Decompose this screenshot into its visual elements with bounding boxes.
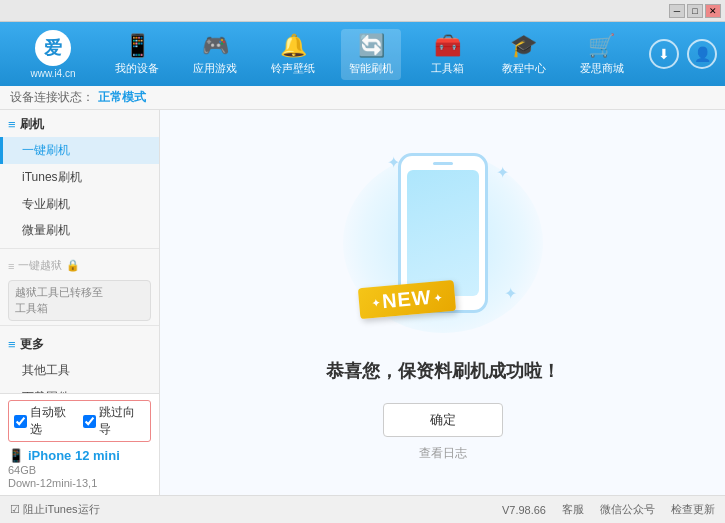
flash-section-label: 刷机: [20, 116, 44, 133]
store-icon: 🛒: [588, 33, 615, 59]
phone-screen: [407, 170, 479, 296]
logo-symbol: 爱: [44, 36, 62, 60]
star-icon-3: ✦: [504, 284, 517, 303]
app-games-label: 应用游戏: [193, 61, 237, 76]
window-controls[interactable]: ─ □ ✕: [669, 4, 721, 18]
app-games-icon: 🎮: [202, 33, 229, 59]
nav-ringtone[interactable]: 🔔 铃声壁纸: [263, 29, 323, 80]
user-button[interactable]: 👤: [687, 39, 717, 69]
device-firmware: Down-12mini-13,1: [8, 477, 151, 489]
auto-select-label: 自动歌选: [30, 404, 77, 438]
nav-toolbox[interactable]: 🧰 工具箱: [420, 29, 476, 80]
wechat-link[interactable]: 微信公众号: [600, 502, 655, 517]
device-storage: 64GB: [8, 464, 151, 476]
jailbreak-label: 一键越狱: [18, 258, 62, 273]
star-icon-1: ✦: [387, 153, 400, 172]
footer: ☑ 阻止iTunes运行 V7.98.66 客服 微信公众号 检查更新: [0, 495, 725, 523]
version-label: V7.98.66: [502, 504, 546, 516]
title-bar: ─ □ ✕: [0, 0, 725, 22]
phone-icon: 📱: [8, 448, 24, 463]
my-device-icon: 📱: [124, 33, 151, 59]
top-nav: 爱 www.i4.cn 📱 我的设备 🎮 应用游戏 🔔 铃声壁纸 🔄 智能刷机: [0, 22, 725, 86]
status-bar: 设备连接状态： 正常模式: [0, 86, 725, 110]
itunes-status-label: 阻止iTunes运行: [23, 502, 100, 517]
skip-wizard-checkbox-label[interactable]: 跳过向导: [83, 404, 146, 438]
main-content: NEW ✦ ✦ ✦ 恭喜您，保资料刷机成功啦！ 确定 查看日志: [160, 110, 725, 495]
device-name: 📱 iPhone 12 mini: [8, 448, 151, 463]
tutorial-label: 教程中心: [502, 61, 546, 76]
nav-tutorial[interactable]: 🎓 教程中心: [494, 29, 554, 80]
maximize-button[interactable]: □: [687, 4, 703, 18]
status-label: 设备连接状态：: [10, 89, 94, 106]
my-device-label: 我的设备: [115, 61, 159, 76]
confirm-button[interactable]: 确定: [383, 403, 503, 437]
skip-wizard-label: 跳过向导: [99, 404, 146, 438]
device-info: 📱 iPhone 12 mini 64GB Down-12mini-13,1: [8, 448, 151, 489]
close-button[interactable]: ✕: [705, 4, 721, 18]
flash-section-icon: ≡: [8, 117, 16, 132]
nav-store[interactable]: 🛒 爱思商城: [572, 29, 632, 80]
footer-left: ☑ 阻止iTunes运行: [10, 502, 100, 517]
sidebar-item-pro-flash[interactable]: 专业刷机: [0, 191, 159, 218]
support-link[interactable]: 客服: [562, 502, 584, 517]
star-icon-2: ✦: [496, 163, 509, 182]
auto-select-checkbox-label[interactable]: 自动歌选: [14, 404, 77, 438]
sidebar-item-itunes-flash[interactable]: iTunes刷机: [0, 164, 159, 191]
sidebar-bottom: 自动歌选 跳过向导 📱 iPhone 12 mini 64GB Down-12m…: [0, 393, 160, 495]
more-section-icon: ≡: [8, 337, 16, 352]
itunes-status[interactable]: ☑ 阻止iTunes运行: [10, 502, 100, 517]
smart-flash-icon: 🔄: [358, 33, 385, 59]
toolbox-label: 工具箱: [431, 61, 464, 76]
minimize-button[interactable]: ─: [669, 4, 685, 18]
skip-wizard-checkbox[interactable]: [83, 415, 96, 428]
logo-url: www.i4.cn: [30, 68, 75, 79]
nav-right-buttons: ⬇ 👤: [649, 39, 717, 69]
nav-app-games[interactable]: 🎮 应用游戏: [185, 29, 245, 80]
sidebar-divider-1: [0, 248, 159, 249]
logo-area[interactable]: 爱 www.i4.cn: [8, 30, 98, 79]
tutorial-icon: 🎓: [510, 33, 537, 59]
footer-right: V7.98.66 客服 微信公众号 检查更新: [502, 502, 715, 517]
sidebar-section-jailbreak: ≡ 一键越狱 🔒: [0, 253, 159, 276]
sidebar-scroll: ≡ 刷机 一键刷机 iTunes刷机 专业刷机 微量刷机 ≡: [0, 110, 160, 393]
itunes-checkbox[interactable]: ☑: [10, 503, 20, 516]
success-text: 恭喜您，保资料刷机成功啦！: [326, 359, 560, 383]
smart-flash-label: 智能刷机: [349, 61, 393, 76]
phone-speaker: [433, 162, 453, 165]
content-row: ≡ 刷机 一键刷机 iTunes刷机 专业刷机 微量刷机 ≡: [0, 110, 725, 495]
nav-my-device[interactable]: 📱 我的设备: [107, 29, 167, 80]
sidebar-item-download-firmware[interactable]: 下载固件: [0, 384, 159, 393]
sidebar-item-one-click-flash[interactable]: 一键刷机: [0, 137, 159, 164]
toolbox-icon: 🧰: [434, 33, 461, 59]
check-update-link[interactable]: 检查更新: [671, 502, 715, 517]
sidebar: ≡ 刷机 一键刷机 iTunes刷机 专业刷机 微量刷机 ≡: [0, 110, 160, 495]
sidebar-item-other-tools[interactable]: 其他工具: [0, 357, 159, 384]
jailbreak-note: 越狱工具已转移至工具箱: [8, 280, 151, 321]
sidebar-section-flash[interactable]: ≡ 刷机: [0, 110, 159, 137]
logo-icon: 爱: [35, 30, 71, 66]
sidebar-divider-2: [0, 325, 159, 326]
nav-items: 📱 我的设备 🎮 应用游戏 🔔 铃声壁纸 🔄 智能刷机 🧰 工具箱 🎓: [98, 29, 641, 80]
status-value: 正常模式: [98, 89, 146, 106]
view-log-link[interactable]: 查看日志: [419, 445, 467, 462]
ringtone-icon: 🔔: [280, 33, 307, 59]
ringtone-label: 铃声壁纸: [271, 61, 315, 76]
lock-icon: 🔒: [66, 259, 80, 272]
illustration: NEW ✦ ✦ ✦: [333, 143, 553, 343]
download-button[interactable]: ⬇: [649, 39, 679, 69]
sidebar-section-more[interactable]: ≡ 更多: [0, 330, 159, 357]
nav-smart-flash[interactable]: 🔄 智能刷机: [341, 29, 401, 80]
auto-select-checkbox[interactable]: [14, 415, 27, 428]
store-label: 爱思商城: [580, 61, 624, 76]
sidebar-item-micro-flash[interactable]: 微量刷机: [0, 217, 159, 244]
more-section-label: 更多: [20, 336, 44, 353]
